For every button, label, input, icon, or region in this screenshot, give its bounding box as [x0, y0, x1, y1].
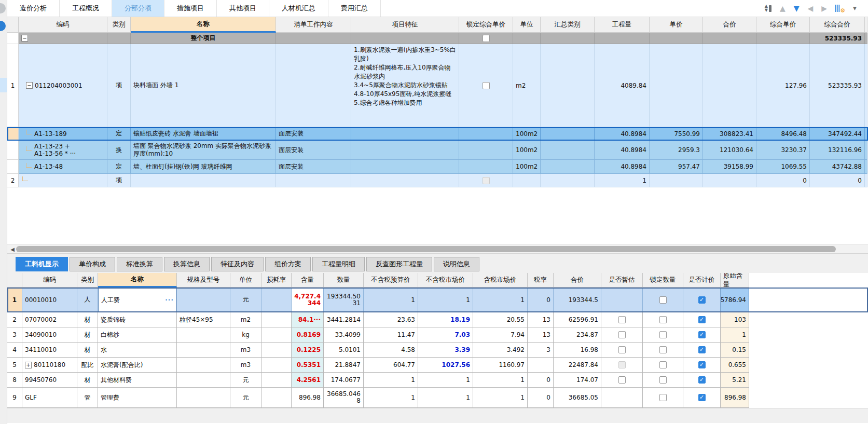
cell-unit[interactable]: m3 — [230, 358, 261, 373]
row-number[interactable]: 2 — [7, 312, 22, 327]
cell-code[interactable]: 34090010 — [22, 327, 77, 343]
cell-spec[interactable] — [177, 388, 230, 408]
cell-quantity[interactable]: 21.8847 — [324, 358, 364, 373]
cell-lock[interactable]: ✓ — [459, 174, 513, 187]
cell-comp-total[interactable]: 132116.96 — [810, 141, 865, 160]
cell-tax-rate[interactable]: 0 — [528, 388, 554, 408]
cell-code[interactable]: − — [19, 33, 107, 44]
cell-comp-price[interactable]: 3230.37 — [756, 141, 810, 160]
priced-checkbox[interactable]: ✓ — [698, 316, 706, 323]
lock-qty-checkbox[interactable]: ✓ — [659, 296, 667, 304]
cell-work[interactable] — [276, 174, 351, 187]
cell-is-estimated[interactable]: ✓ — [601, 343, 643, 358]
estimated-checkbox[interactable]: ✓ — [618, 361, 626, 368]
rail-gray-button[interactable] — [0, 3, 6, 13]
cell-category[interactable]: 定 — [107, 127, 131, 141]
lock-checkbox[interactable]: ✓ — [483, 35, 490, 42]
cell-lock[interactable]: ✓ — [459, 33, 513, 44]
cell-feature[interactable] — [351, 174, 459, 187]
cell-total[interactable]: 36685.05 — [554, 388, 601, 408]
tab-feature-content[interactable]: 特征及内容 — [211, 257, 264, 271]
cell-price[interactable]: 2959.3 — [650, 141, 703, 160]
cell-price[interactable] — [650, 44, 703, 127]
lock-qty-checkbox[interactable]: ✓ — [659, 346, 667, 353]
cell-taxed-price[interactable]: 3.492 — [473, 343, 528, 358]
priced-checkbox[interactable]: ✓ — [698, 394, 706, 401]
row-number[interactable] — [7, 141, 19, 160]
cell-name[interactable]: 墙、柱面钉(挂)钢(铁)网 玻璃纤维网 — [131, 160, 276, 174]
cell-total[interactable]: 121030.64 — [703, 141, 756, 160]
resource-row-5[interactable]: 5 +80110180 配比 水泥膏(配合比) m3 0.5351 21.884… — [7, 358, 868, 373]
cell-qty[interactable]: 40.8984 — [595, 141, 650, 160]
cell-unit[interactable]: 元 — [230, 288, 261, 312]
resource-row-2[interactable]: 2 07070002 材 瓷质锦砖 粒径45×95 m2 84.1··· 344… — [7, 312, 868, 327]
estimated-checkbox[interactable]: ✓ — [618, 331, 626, 338]
cell-lock[interactable] — [459, 127, 513, 141]
cell-total[interactable]: 174.07 — [554, 373, 601, 388]
cell-budget-price[interactable]: 1 — [364, 388, 418, 408]
cell-unit[interactable]: m2 — [513, 44, 541, 127]
cell-is-priced[interactable]: ✓ — [683, 288, 721, 312]
cell-lock-qty[interactable]: ✓ — [643, 358, 683, 373]
cell-lock[interactable] — [459, 141, 513, 160]
cell-comp-price[interactable]: 8496.48 — [756, 127, 810, 141]
collapse-box[interactable]: − — [21, 35, 28, 42]
cell-code[interactable]: A1-13-48 — [19, 160, 107, 174]
cell-unit[interactable]: 100m2 — [513, 127, 541, 141]
cell-original-content[interactable]: 5.21 — [721, 373, 749, 388]
cell-unit[interactable]: m3 — [230, 343, 261, 358]
cell-total[interactable]: 39158.99 — [703, 160, 756, 174]
settings-caret-icon[interactable]: ▼ — [853, 6, 857, 11]
display-settings-icon[interactable]: ⚙ — [835, 5, 844, 12]
rail-blue-button[interactable] — [0, 21, 6, 31]
priced-checkbox[interactable]: ✓ — [698, 346, 706, 353]
cell-name[interactable]: 墙面 聚合物水泥砂浆 20mm 实际聚合物水泥砂浆厚度(mm):10 — [131, 141, 276, 160]
cell-feature[interactable] — [351, 160, 459, 174]
priced-checkbox[interactable]: ✓ — [698, 331, 706, 338]
priced-checkbox[interactable]: ✓ — [698, 361, 706, 368]
cell-market-price[interactable]: 3.39 — [418, 343, 473, 358]
cell-code[interactable]: 34110010 — [22, 343, 77, 358]
cell-loss[interactable] — [261, 288, 292, 312]
cell-qty[interactable]: 1 — [595, 174, 650, 187]
boq-row-a1-13-48[interactable]: A1-13-48 定 墙、柱面钉(挂)钢(铁)网 玻璃纤维网 面层安装 100m… — [7, 160, 868, 174]
cell-is-estimated[interactable]: ✓ — [601, 373, 643, 388]
move-left-icon[interactable]: ◀ — [808, 5, 814, 12]
cell-feature[interactable] — [351, 127, 459, 141]
cell-is-priced[interactable]: ✓ — [683, 327, 721, 343]
cell-price[interactable]: 7550.99 — [650, 127, 703, 141]
cell-is-estimated[interactable]: ✓ — [601, 288, 643, 312]
row-number[interactable]: 4 — [7, 343, 22, 358]
cell-taxed-price[interactable]: 7.94 — [473, 327, 528, 343]
cell-unit[interactable]: kg — [230, 327, 261, 343]
cell-name[interactable]: 水泥膏(配合比) — [98, 358, 177, 373]
cell-is-priced[interactable]: ✓ — [683, 373, 721, 388]
move-down-icon[interactable]: ▼ — [794, 5, 800, 12]
cell-market-price[interactable]: 7.03 — [418, 327, 473, 343]
cell-qty[interactable]: 40.8984 — [595, 160, 650, 174]
resource-row-4[interactable]: 4 34110010 材 水 m3 0.1225 5.0101 4.58 3.3… — [7, 343, 868, 358]
cell-unit[interactable]: 100m2 — [513, 160, 541, 174]
cell-category[interactable]: 配比 — [77, 358, 98, 373]
row-number[interactable] — [7, 127, 19, 141]
cell-tax-rate[interactable]: 0 — [528, 288, 554, 312]
cell-comp-total[interactable]: 43742.88 — [810, 160, 865, 174]
cell-price[interactable] — [650, 174, 703, 187]
cell-category[interactable]: 人 — [77, 288, 98, 312]
cell-code[interactable]: A1-13-189 — [19, 127, 107, 141]
cell-name[interactable]: 整个项目 — [131, 33, 276, 44]
cell-qty[interactable]: 40.8984 — [595, 127, 650, 141]
priced-checkbox[interactable]: ✓ — [698, 296, 706, 304]
move-right-icon[interactable]: ▶ — [821, 5, 827, 12]
tab-standard-conversion[interactable]: 标准换算 — [117, 257, 162, 271]
cell-spec[interactable] — [177, 343, 230, 358]
cell-budget-price[interactable]: 604.77 — [364, 358, 418, 373]
cell-comp-total[interactable]: 347492.44 — [810, 127, 865, 141]
tab-fee-summary[interactable]: 费用汇总 — [328, 0, 381, 17]
cell-original-content[interactable]: 5786.94 — [721, 288, 749, 312]
tab-description-info[interactable]: 说明信息 — [434, 257, 479, 271]
lock-checkbox[interactable]: ✓ — [483, 82, 490, 89]
lock-qty-checkbox[interactable]: ✓ — [659, 361, 667, 368]
cell-budget-price[interactable]: 23.63 — [364, 312, 418, 327]
cell-work[interactable]: 面层安装 — [276, 127, 351, 141]
